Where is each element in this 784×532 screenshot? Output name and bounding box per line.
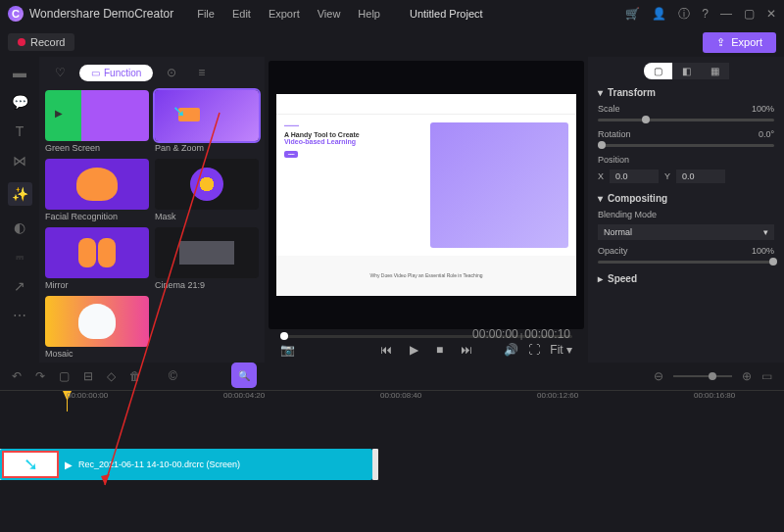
tab-overlay-icon[interactable]: ⊙ — [159, 63, 184, 82]
app-name: Wondershare DemoCreator — [29, 7, 173, 21]
zoom-in-icon[interactable]: ⊕ — [742, 369, 752, 383]
split-icon[interactable]: ⊟ — [83, 369, 93, 383]
video-clip[interactable]: ➘ ▶ Rec_2021-06-11 14-10-00.drcrc (Scree… — [0, 449, 372, 480]
fit-select[interactable]: Fit ▾ — [550, 343, 572, 357]
rail-cursor-icon[interactable]: ↗ — [14, 278, 25, 294]
maximize-button[interactable]: ▢ — [744, 7, 755, 21]
tab-function-label: Function — [104, 68, 141, 78]
fullscreen-icon[interactable]: ⛶ — [528, 343, 540, 357]
menu-view[interactable]: View — [318, 8, 341, 20]
speed-header[interactable]: ▸ Speed — [598, 273, 774, 284]
effect-mosaic[interactable]: Mosaic — [45, 296, 149, 359]
rail-folder-icon[interactable]: ▬ — [13, 65, 26, 80]
rotation-slider[interactable] — [598, 144, 774, 147]
ruler-mark: 00:00:08:40 — [380, 391, 421, 400]
user-icon[interactable]: 👤 — [652, 7, 666, 21]
title-bar: C Wondershare DemoCreator File Edit Expo… — [0, 0, 784, 27]
volume-icon[interactable]: 🔊 — [504, 343, 518, 357]
undo-icon[interactable]: ↶ — [12, 369, 22, 383]
effect-thumb — [45, 159, 149, 210]
minimize-button[interactable]: — — [720, 7, 732, 21]
crop-icon[interactable]: ▢ — [59, 369, 70, 383]
record-button[interactable]: Record — [8, 33, 74, 51]
time-display: 00:00:00 | 00:00:10 — [472, 327, 570, 341]
prev-button[interactable]: ⏮ — [380, 343, 392, 357]
search-button[interactable]: 🔍 — [231, 363, 257, 388]
zoom-slider[interactable] — [673, 375, 732, 377]
blend-select[interactable]: Normal▾ — [598, 224, 774, 240]
y-input[interactable] — [676, 169, 725, 183]
effect-label: Mosaic — [45, 349, 149, 359]
effect-label: Green Screen — [45, 143, 149, 153]
effect-mirror[interactable]: Mirror — [45, 227, 149, 290]
tab-list-icon[interactable]: ≡ — [190, 63, 213, 82]
blend-label: Blending Mode — [598, 210, 657, 219]
redo-icon[interactable]: ↷ — [35, 369, 45, 383]
preview-video[interactable]: ━━━━━ A Handy Tool to CreateVideo-based … — [269, 61, 584, 329]
marker-icon[interactable]: ◇ — [107, 369, 116, 383]
next-button[interactable]: ⏭ — [461, 343, 472, 357]
rail-transitions-icon[interactable]: ⋈ — [13, 153, 26, 169]
position-label: Position — [598, 155, 629, 165]
rotation-value: 0.0° — [759, 129, 774, 139]
ruler-mark: 00:00:16:80 — [694, 391, 735, 400]
function-icon: ▭ — [91, 68, 100, 78]
scale-value: 100% — [752, 104, 774, 114]
rail-stickers-icon[interactable]: ◐ — [14, 219, 25, 235]
effect-cinema[interactable]: Cinema 21:9 — [155, 227, 259, 290]
opacity-slider[interactable] — [598, 261, 774, 264]
effect-label: Facial Recognition — [45, 212, 149, 221]
rail-effects-icon[interactable]: ✨ — [8, 182, 32, 206]
effect-label: Cinema 21:9 — [155, 280, 259, 290]
rail-audio-icon[interactable]: ⎓ — [16, 249, 24, 265]
tab-function[interactable]: ▭ Function — [79, 65, 153, 81]
preview-panel: ━━━━━ A Handy Tool to CreateVideo-based … — [265, 57, 588, 363]
scale-slider[interactable] — [598, 119, 774, 121]
props-tab-audio[interactable]: ◧ — [672, 63, 701, 79]
clip-handle-right[interactable] — [372, 449, 378, 480]
transform-header[interactable]: ▾ Transform — [598, 87, 774, 98]
props-tab-video[interactable]: ▢ — [644, 63, 672, 79]
rail-more-icon[interactable]: ⋯ — [13, 308, 26, 323]
rail-captions-icon[interactable]: 💬 — [12, 94, 28, 110]
menu-edit[interactable]: Edit — [232, 8, 251, 20]
play-button[interactable]: ▶ — [410, 343, 418, 357]
playback-controls: 00:00:00 | 00:00:10 📷 ⏮ ▶ ■ ⏭ 🔊 ⛶ Fit ▾ — [269, 341, 584, 359]
effect-pan-zoom[interactable]: ➘ Pan & Zoom — [155, 90, 259, 153]
help-icon[interactable]: ? — [702, 7, 709, 21]
stop-button[interactable]: ■ — [436, 343, 443, 357]
tab-favorites-icon[interactable]: ♡ — [47, 63, 74, 82]
compositing-header[interactable]: ▾ Compositing — [598, 193, 774, 204]
opacity-label: Opacity — [598, 246, 628, 256]
menu-help[interactable]: Help — [358, 8, 380, 20]
props-tab-color[interactable]: ▦ — [701, 63, 729, 79]
tracks-area[interactable]: 👁 🔒 ➘ ▶ Rec_2021-06-11 14-10-00.drcrc (S… — [0, 411, 784, 506]
effect-label: Mirror — [45, 280, 149, 290]
menu-export[interactable]: Export — [269, 8, 300, 20]
copyright-icon[interactable]: © — [169, 369, 177, 383]
search-icon: 🔍 — [238, 370, 250, 381]
zoom-out-icon[interactable]: ⊖ — [654, 369, 663, 383]
menu-file[interactable]: File — [197, 8, 215, 20]
toolbar: Record ⇪ Export — [0, 27, 784, 57]
timeline-ruler[interactable]: 00:00:00:00 00:00:04:20 00:00:08:40 00:0… — [0, 390, 784, 411]
close-button[interactable]: ✕ — [766, 7, 776, 21]
export-button[interactable]: ⇪ Export — [703, 32, 776, 53]
info-icon[interactable]: ⓘ — [678, 6, 690, 23]
zoom-fit-icon[interactable]: ▭ — [761, 369, 772, 383]
preview-footer: Why Does Video Play an Essential Role in… — [276, 256, 576, 296]
effect-green-screen[interactable]: Green Screen — [45, 90, 149, 153]
effect-thumb — [45, 296, 149, 347]
cart-icon[interactable]: 🛒 — [625, 7, 640, 21]
ruler-mark: 00:00:00:00 — [67, 391, 108, 400]
opacity-value: 100% — [752, 246, 774, 256]
delete-icon[interactable]: 🗑 — [129, 369, 141, 383]
clip-media-icon: ▶ — [65, 459, 73, 470]
ruler-mark: 00:00:04:20 — [223, 391, 265, 400]
rail-text-icon[interactable]: T — [16, 123, 24, 139]
effect-mask[interactable]: Mask — [155, 159, 259, 221]
effect-facial-recognition[interactable]: Facial Recognition — [45, 159, 149, 221]
record-label: Record — [30, 36, 65, 48]
x-input[interactable] — [610, 169, 659, 183]
snapshot-icon[interactable]: 📷 — [280, 343, 295, 357]
